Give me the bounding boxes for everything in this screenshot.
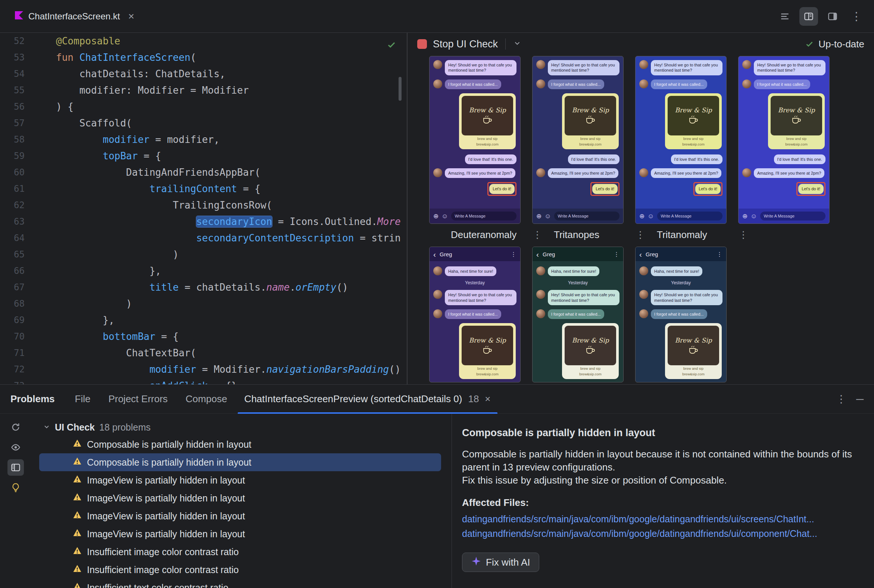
preview-phone[interactable]: ‹Greg⋮Haha, next time for sure!Yesterday… (635, 247, 727, 382)
avatar (639, 168, 648, 177)
avatar (639, 60, 648, 69)
tab-file[interactable]: File (66, 385, 100, 414)
avatar (433, 80, 442, 88)
preview-phone[interactable]: Hey! Should we go to that cafe you menti… (532, 56, 623, 224)
chevron-down-icon[interactable] (43, 422, 50, 433)
add-attachment-icon: ⊕ (536, 213, 542, 219)
code-line[interactable]: 63 secondaryIcon = Icons.Outlined.More (0, 213, 407, 230)
code-line[interactable]: 58 modifier = modifier, (0, 131, 407, 148)
code-line[interactable]: 69 }, (0, 312, 407, 328)
code-line[interactable]: 56) { (0, 99, 407, 115)
chat-bubble: I'd love that! It's this one. (568, 154, 619, 164)
more-options-icon[interactable]: ⋮ (847, 7, 866, 26)
code-line[interactable]: 64 secondaryContentDescription = strin (0, 230, 407, 246)
chat-bubble: Haha, next time for sure! (651, 266, 702, 276)
stop-icon[interactable] (417, 39, 427, 49)
preview-phone[interactable]: ‹Greg⋮Haha, next time for sure!Yesterday… (429, 247, 521, 382)
lightbulb-icon[interactable] (8, 479, 24, 496)
chevron-down-icon[interactable] (513, 38, 521, 50)
code-line[interactable]: 59 topBar = { (0, 148, 407, 164)
tab-chat-interface-preview[interactable]: ChatInterfaceScreenPreview (sortedChatDe… (236, 385, 499, 414)
card-brand: Brew & Sip (469, 106, 506, 114)
chat-message: Hey! Should we go to that cafe you menti… (639, 290, 722, 305)
problem-item[interactable]: ImageView is partially hidden in layout (39, 525, 441, 543)
affected-file-link[interactable]: datingandfriends/src/main/java/com/ibm/g… (462, 528, 859, 539)
code-editor[interactable]: 52@Composable53fun ChatInterfaceScreen(5… (0, 33, 407, 384)
code-line[interactable]: 61 trailingContent = { (0, 181, 407, 197)
problem-item[interactable]: Insufficient image color contrast ratio (39, 561, 441, 579)
code-line[interactable]: 52@Composable (0, 33, 407, 49)
chat-bubble: I forgot what it was called... (445, 309, 501, 319)
warning-icon (73, 510, 82, 522)
editor-scrollbar[interactable] (399, 77, 401, 101)
problem-item[interactable]: Insufficient text color contrast ratio (39, 579, 441, 588)
more-options-icon: ⋮ (716, 251, 722, 258)
tab-project-errors[interactable]: Project Errors (99, 385, 177, 414)
editor-tab[interactable]: ChatInterfaceScreen.kt × (8, 0, 141, 33)
preview-menu-icon[interactable]: ⋮ (533, 229, 542, 241)
code-line[interactable]: 67 title = chatDetails.name.orEmpty() (0, 279, 407, 296)
avatar (536, 309, 545, 318)
tab-close-icon[interactable]: × (485, 393, 490, 405)
chat-message: I'd love that! It's this one. (742, 154, 826, 164)
line-number: 54 (0, 66, 25, 82)
code-line[interactable]: 70 bottomBar = { (0, 328, 407, 345)
code-line[interactable]: 60 DatingAndFriendsAppBar( (0, 164, 407, 181)
tool-window-title[interactable]: Problems (11, 393, 55, 405)
fix-with-ai-button[interactable]: Fix with AI (462, 552, 539, 572)
tab-close-icon[interactable]: × (128, 11, 134, 22)
code-line[interactable]: 57 Scaffold( (0, 115, 407, 131)
split-editor-preview-icon[interactable] (799, 7, 818, 26)
chat-bubble: Hey! Should we go to that cafe you menti… (548, 60, 619, 75)
show-details-panel-icon[interactable] (8, 459, 24, 476)
chat-message: Hey! Should we go to that cafe you menti… (639, 60, 722, 75)
code-line[interactable]: 54 chatDetails: ChatDetails, (0, 66, 407, 82)
brew-sip-card: Brew & Sipbrew and sipbrew&sip.com (768, 93, 825, 149)
problem-item[interactable]: ImageView is partially hidden in layout (39, 471, 441, 489)
affected-files-heading: Affected Files: (462, 497, 859, 508)
more-options-icon[interactable]: ⋮ (836, 393, 846, 405)
code-line[interactable]: 62 TrailingIconsRow( (0, 197, 407, 213)
preview-label: Tritanopes⋮ (554, 229, 645, 241)
code-line[interactable]: 65 ) (0, 246, 407, 262)
chat-bubble: Hey! Should we go to that cafe you menti… (445, 290, 517, 305)
more-options-icon: ⋮ (511, 251, 517, 258)
inspections-ok-icon[interactable] (387, 38, 396, 54)
message-input-bar: ⊕☺Write A Message (635, 208, 726, 224)
preview-menu-icon[interactable]: ⋮ (739, 229, 748, 241)
problems-group-header[interactable]: UI Check 18 problems (32, 419, 452, 435)
problems-tree: UI Check 18 problems Composable is parti… (32, 414, 452, 588)
problem-item[interactable]: ImageView is partially hidden in layout (39, 489, 441, 507)
problem-item[interactable]: Composable is partially hidden in layout (39, 435, 441, 453)
brew-sip-card: Brew & Sipbrew and sipbrew&sip.com (459, 93, 516, 149)
problems-side-toolbar (0, 414, 32, 588)
chat-message: Hey! Should we go to that cafe you menti… (536, 290, 619, 305)
card-brand: Brew & Sip (572, 336, 609, 344)
tab-compose[interactable]: Compose (177, 385, 236, 414)
preview-layout-icon[interactable] (823, 7, 842, 26)
code-line[interactable]: 71 ChatTextBar( (0, 345, 407, 361)
avatar (639, 266, 648, 275)
problem-count-badge: 18 (468, 393, 479, 405)
preview-phone[interactable]: Hey! Should we go to that cafe you menti… (429, 56, 521, 224)
preview-phone[interactable]: ‹Greg⋮Haha, next time for sure!Yesterday… (532, 247, 623, 382)
eye-icon[interactable] (8, 439, 24, 456)
refresh-icon[interactable] (8, 419, 24, 435)
structure-view-icon[interactable] (775, 7, 794, 26)
code-line[interactable]: 55 modifier: Modifier = Modifier (0, 82, 407, 99)
card-brand: Brew & Sip (469, 336, 506, 344)
code-line[interactable]: 72 modifier = Modifier.navigationBarsPad… (0, 361, 407, 378)
code-line[interactable]: 66 }, (0, 262, 407, 279)
problem-item[interactable]: ImageView is partially hidden in layout (39, 507, 441, 525)
preview-phone[interactable]: Hey! Should we go to that cafe you menti… (738, 56, 830, 224)
problem-item[interactable]: Composable is partially hidden in layout (39, 453, 441, 471)
minimize-icon[interactable]: ─ (856, 393, 863, 405)
code-line[interactable]: 53fun ChatInterfaceScreen( (0, 49, 407, 66)
stop-ui-check-button[interactable]: Stop UI Check (433, 38, 498, 50)
problem-item[interactable]: Insufficient image color contrast ratio (39, 543, 441, 561)
affected-file-link[interactable]: datingandfriends/src/main/java/com/ibm/g… (462, 514, 859, 525)
preview-phone[interactable]: Hey! Should we go to that cafe you menti… (635, 56, 727, 224)
preview-menu-icon[interactable]: ⋮ (635, 229, 645, 241)
code-line[interactable]: 68 ) (0, 296, 407, 312)
code-line[interactable]: 73 onAddClick = {} (0, 378, 407, 384)
